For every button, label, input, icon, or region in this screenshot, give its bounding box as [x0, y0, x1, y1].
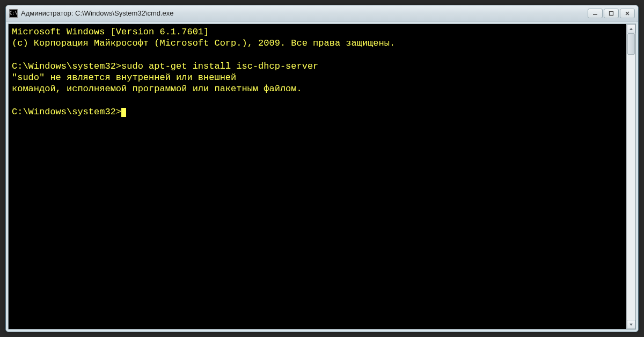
vertical-scrollbar[interactable]: [626, 24, 635, 329]
scrollbar-track[interactable]: [627, 33, 635, 320]
cursor: [121, 108, 126, 117]
copyright-line: (c) Корпорация Майкрософт (Microsoft Cor…: [12, 38, 395, 48]
svg-rect-1: [610, 11, 613, 15]
cmd-icon: C:\: [9, 9, 18, 18]
minimize-icon: [592, 11, 598, 16]
scroll-down-button[interactable]: [627, 320, 635, 329]
maximize-button[interactable]: [604, 9, 619, 18]
scroll-up-button[interactable]: [627, 24, 635, 33]
version-line: Microsoft Windows [Version 6.1.7601]: [12, 27, 209, 37]
client-area: Microsoft Windows [Version 6.1.7601] (c)…: [6, 21, 638, 332]
scrollbar-thumb[interactable]: [627, 33, 635, 55]
prompt: C:\Windows\system32>: [12, 61, 121, 71]
chevron-down-icon: [629, 323, 633, 327]
error-line: "sudo" не является внутренней или внешне…: [12, 72, 236, 83]
svg-marker-4: [630, 28, 633, 30]
window-controls: [588, 9, 635, 18]
window-title: Администратор: C:\Windows\System32\cmd.e…: [21, 9, 588, 17]
titlebar[interactable]: C:\ Администратор: C:\Windows\System32\c…: [6, 5, 638, 21]
command-input: sudo apt-get install isc-dhcp-server: [121, 61, 318, 71]
terminal-container: Microsoft Windows [Version 6.1.7601] (c)…: [8, 24, 636, 329]
error-line: командой, исполняемой программой или пак…: [12, 84, 302, 94]
chevron-up-icon: [629, 27, 633, 31]
prompt: C:\Windows\system32>: [12, 107, 121, 117]
cmd-window: C:\ Администратор: C:\Windows\System32\c…: [5, 5, 639, 332]
maximize-icon: [609, 11, 614, 16]
minimize-button[interactable]: [588, 9, 603, 18]
close-icon: [625, 11, 630, 16]
svg-marker-5: [630, 324, 633, 326]
close-button[interactable]: [620, 9, 635, 18]
terminal[interactable]: Microsoft Windows [Version 6.1.7601] (c)…: [9, 24, 626, 329]
